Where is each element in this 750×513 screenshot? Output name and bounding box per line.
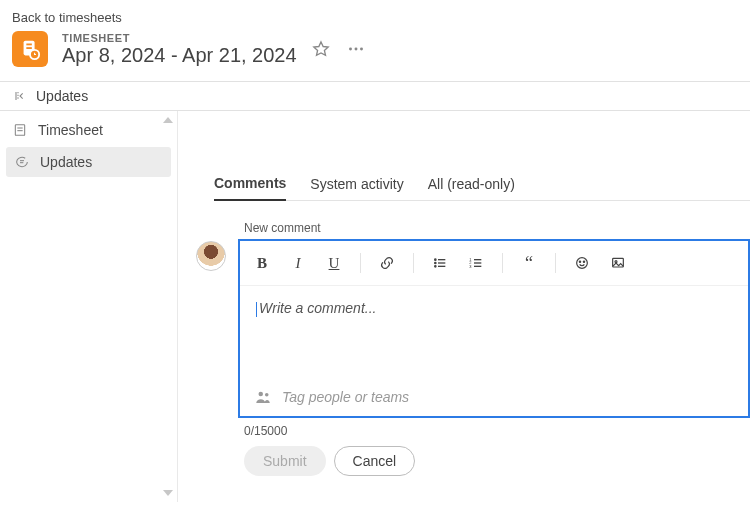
sidebar-item-updates[interactable]: Updates [6,147,171,177]
toolbar-separator [360,253,361,273]
people-icon [254,388,272,406]
tab-label: All (read-only) [428,176,515,192]
tabs-row: Comments System activity All (read-only) [214,175,750,201]
text-cursor [256,302,257,317]
back-link-text: Back to timesheets [12,10,122,25]
tab-comments[interactable]: Comments [214,175,286,201]
comment-editor[interactable]: B I U 123 [238,239,750,418]
blockquote-button[interactable]: “ [513,249,545,277]
header-date-range: Apr 8, 2024 - Apr 21, 2024 [62,44,297,67]
numbered-list-button[interactable]: 123 [460,249,492,277]
svg-point-28 [583,261,584,262]
breadcrumb-row: Updates [0,82,750,111]
svg-point-5 [354,48,357,51]
user-avatar [196,241,226,271]
comment-placeholder: Write a comment... [259,300,376,316]
editor-toolbar: B I U 123 [240,241,748,286]
new-comment-heading: New comment [244,221,750,235]
image-button[interactable] [602,249,634,277]
back-to-timesheets-link[interactable]: Back to timesheets [0,0,750,31]
svg-point-6 [360,48,363,51]
page-header: TIMESHEET Apr 8, 2024 - Apr 21, 2024 [0,31,750,81]
svg-point-18 [435,266,436,267]
link-button[interactable] [371,249,403,277]
comment-textarea[interactable]: Write a comment... [240,286,748,378]
character-counter: 0/15000 [244,424,750,438]
tab-label: System activity [310,176,403,192]
toolbar-separator [502,253,503,273]
italic-button[interactable]: I [282,249,314,277]
svg-point-16 [435,262,436,263]
submit-label: Submit [263,453,307,469]
tab-all-readonly[interactable]: All (read-only) [428,176,515,200]
svg-point-27 [579,261,580,262]
breadcrumb-label: Updates [36,88,88,104]
header-titles: TIMESHEET Apr 8, 2024 - Apr 21, 2024 [62,32,297,67]
sidebar-scroll-down-icon[interactable] [163,490,173,496]
svg-point-31 [259,392,264,397]
comment-icon [14,154,30,170]
sidebar-scroll-up-icon[interactable] [163,117,173,123]
svg-text:3: 3 [469,264,472,269]
svg-rect-9 [15,125,24,136]
collapse-sidebar-icon[interactable] [10,88,26,104]
toolbar-separator [555,253,556,273]
header-kicker: TIMESHEET [62,32,297,44]
submit-button: Submit [244,446,326,476]
cancel-label: Cancel [353,453,397,469]
sidebar-item-label: Timesheet [38,122,103,138]
svg-point-26 [577,258,588,269]
composer-footer: 0/15000 Submit Cancel [244,424,750,476]
bold-button[interactable]: B [246,249,278,277]
toolbar-separator [413,253,414,273]
tab-label: Comments [214,175,286,191]
composer-row: B I U 123 [196,239,750,418]
underline-button[interactable]: U [318,249,350,277]
svg-point-14 [435,259,436,260]
svg-point-32 [265,393,269,397]
timesheet-icon [12,31,48,67]
svg-point-4 [349,48,352,51]
cancel-button[interactable]: Cancel [334,446,416,476]
favorite-star-button[interactable] [311,39,331,59]
tab-system-activity[interactable]: System activity [310,176,403,200]
new-comment-block: New comment B I U [196,221,750,476]
more-actions-button[interactable] [345,38,367,60]
page-body: Timesheet Updates Comments System activi… [0,111,750,502]
document-icon [12,122,28,138]
left-sidebar: Timesheet Updates [0,111,178,502]
main-content: Comments System activity All (read-only)… [178,111,750,502]
bullet-list-button[interactable] [424,249,456,277]
tag-people-field[interactable]: Tag people or teams [240,378,748,416]
sidebar-item-label: Updates [40,154,92,170]
sidebar-item-timesheet[interactable]: Timesheet [0,115,177,145]
tag-placeholder: Tag people or teams [282,389,409,405]
emoji-button[interactable] [566,249,598,277]
